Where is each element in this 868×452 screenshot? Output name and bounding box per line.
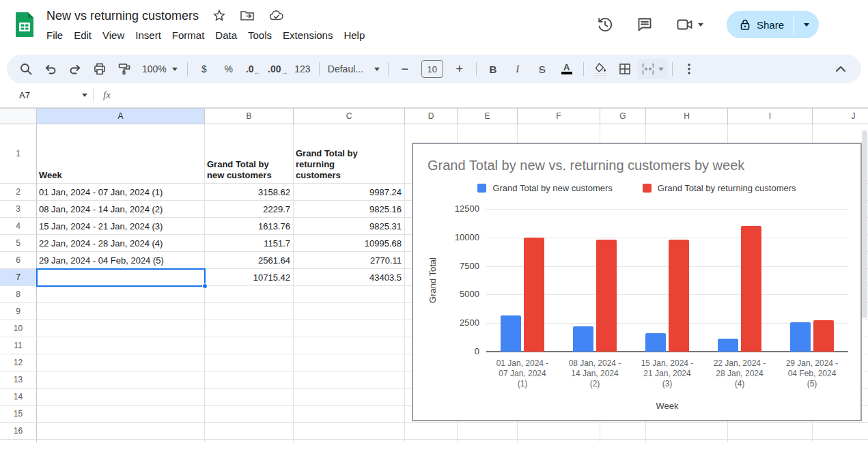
row-header-6[interactable]: 6 — [0, 252, 37, 269]
cell-B4[interactable]: 1613.76 — [205, 218, 294, 235]
fill-handle[interactable] — [202, 283, 208, 289]
row-header-9[interactable]: 9 — [0, 303, 37, 320]
row-header-10[interactable]: 10 — [0, 320, 37, 337]
cell-C7[interactable]: 43403.5 — [294, 269, 405, 286]
cell-C5[interactable]: 10995.68 — [294, 235, 405, 252]
row-header-14[interactable]: 14 — [0, 389, 37, 406]
cell-G17[interactable] — [600, 440, 646, 442]
cell-A3[interactable]: 08 Jan, 2024 - 14 Jan, 2024 (2) — [37, 201, 205, 218]
row-header-3[interactable]: 3 — [0, 201, 37, 218]
decrease-decimal-button[interactable]: .0← — [241, 59, 266, 79]
cell-B10[interactable] — [205, 320, 294, 337]
cell-A9[interactable] — [37, 303, 205, 320]
more-toolbar-options-button[interactable] — [677, 59, 701, 79]
column-header-I[interactable]: I — [728, 108, 813, 124]
menu-data[interactable]: Data — [210, 27, 242, 43]
cell-A5[interactable]: 22 Jan, 2024 - 28 Jan, 2024 (4) — [37, 235, 205, 252]
cell-C14[interactable] — [294, 389, 405, 406]
column-header-G[interactable]: G — [600, 108, 646, 124]
decrease-font-size-button[interactable]: − — [393, 59, 417, 79]
bar-series2-week3[interactable] — [669, 240, 689, 352]
redo-icon[interactable] — [63, 59, 87, 79]
menu-format[interactable]: Format — [167, 27, 210, 43]
menu-extensions[interactable]: Extensions — [277, 27, 338, 43]
cell-J16[interactable] — [813, 423, 868, 440]
cell-A10[interactable] — [37, 320, 205, 337]
cell-A14[interactable] — [37, 389, 205, 406]
cell-J17[interactable] — [813, 440, 868, 442]
bar-series2-week2[interactable] — [596, 240, 617, 352]
cell-B16[interactable] — [205, 423, 294, 440]
move-to-folder-icon[interactable] — [240, 9, 255, 23]
cell-B8[interactable] — [205, 286, 294, 303]
strikethrough-button[interactable]: S — [530, 59, 555, 79]
undo-icon[interactable] — [38, 59, 63, 79]
column-header-H[interactable]: H — [646, 108, 728, 124]
cell-A1[interactable]: Week — [37, 124, 205, 184]
cell-B1[interactable]: Grand Total by new customers — [205, 124, 294, 184]
cell-A11[interactable] — [37, 337, 205, 354]
cell-I17[interactable] — [728, 440, 813, 442]
cell-I16[interactable] — [728, 423, 813, 440]
row-header-12[interactable]: 12 — [0, 354, 37, 371]
document-status-cloud-icon[interactable] — [268, 9, 285, 23]
column-header-J[interactable]: J — [813, 108, 868, 124]
format-percent-button[interactable]: % — [216, 59, 241, 79]
cell-A16[interactable] — [37, 423, 205, 440]
increase-font-size-button[interactable]: + — [447, 59, 472, 79]
bold-button[interactable]: B — [481, 59, 505, 79]
cell-A7[interactable] — [37, 269, 205, 286]
cell-C2[interactable]: 9987.24 — [294, 184, 405, 201]
cell-F17[interactable] — [518, 440, 600, 442]
borders-button[interactable] — [613, 59, 637, 79]
menu-file[interactable]: File — [41, 27, 68, 43]
cell-F16[interactable] — [518, 423, 600, 440]
camera-dropdown-caret[interactable] — [698, 23, 703, 27]
cell-C13[interactable] — [294, 371, 405, 389]
vertical-scrollbar[interactable] — [862, 124, 867, 442]
bar-series2-week1[interactable] — [524, 238, 544, 352]
version-history-icon[interactable] — [597, 16, 613, 33]
zoom-select[interactable]: 100% — [137, 59, 183, 79]
cell-B17[interactable] — [205, 440, 294, 442]
scrollbar-thumb[interactable] — [862, 130, 867, 318]
menu-insert[interactable]: Insert — [130, 27, 167, 43]
select-all-corner[interactable] — [0, 108, 37, 124]
column-header-B[interactable]: B — [205, 108, 294, 124]
cell-A15[interactable] — [37, 406, 205, 423]
text-color-button[interactable]: A — [555, 59, 579, 79]
more-formats-button[interactable]: 123 — [290, 59, 315, 79]
cell-A2[interactable]: 01 Jan, 2024 - 07 Jan, 2024 (1) — [37, 184, 205, 201]
cell-B13[interactable] — [205, 371, 294, 389]
cell-B14[interactable] — [205, 389, 294, 406]
cell-A12[interactable] — [37, 354, 205, 371]
cell-H16[interactable] — [646, 423, 728, 440]
cell-A8[interactable] — [37, 286, 205, 303]
cell-C8[interactable] — [294, 286, 405, 303]
share-button-main[interactable]: Share — [727, 11, 794, 38]
cell-A6[interactable]: 29 Jan, 2024 - 04 Feb, 2024 (5) — [37, 252, 205, 269]
format-currency-button[interactable]: $ — [192, 59, 216, 79]
menu-edit[interactable]: Edit — [68, 27, 97, 43]
column-header-C[interactable]: C — [294, 108, 405, 124]
row-header-5[interactable]: 5 — [0, 235, 37, 252]
cell-A4[interactable]: 15 Jan, 2024 - 21 Jan, 2024 (3) — [37, 218, 205, 235]
collapse-toolbar-button[interactable] — [828, 59, 853, 79]
cell-D16[interactable] — [405, 423, 458, 440]
search-icon[interactable] — [14, 59, 38, 79]
row-header-13[interactable]: 13 — [0, 371, 37, 389]
cell-B15[interactable] — [205, 406, 294, 423]
cell-A17[interactable] — [37, 440, 205, 442]
cell-C3[interactable]: 9825.16 — [294, 201, 405, 218]
cell-C6[interactable]: 2770.11 — [294, 252, 405, 269]
row-header-2[interactable]: 2 — [0, 184, 37, 201]
cell-B2[interactable]: 3158.62 — [205, 184, 294, 201]
increase-decimal-button[interactable]: .00→ — [266, 59, 290, 79]
cell-C4[interactable]: 9825.31 — [294, 218, 405, 235]
cell-B12[interactable] — [205, 354, 294, 371]
cell-A13[interactable] — [37, 371, 205, 389]
comments-icon[interactable] — [636, 16, 653, 33]
menu-view[interactable]: View — [97, 27, 130, 43]
row-header-4[interactable]: 4 — [0, 218, 37, 235]
bar-series1-week2[interactable] — [573, 326, 593, 352]
